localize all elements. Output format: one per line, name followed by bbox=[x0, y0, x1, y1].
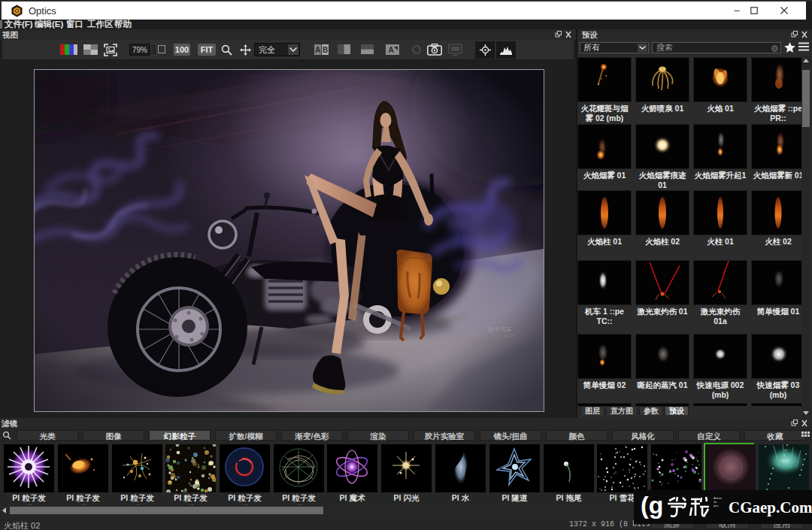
svg-text:爱卡汽车: 爱卡汽车 bbox=[488, 326, 512, 333]
svg-text:A: A bbox=[388, 46, 393, 54]
svg-text:PHOTOGRAPH: PHOTOGRAPH bbox=[489, 334, 517, 338]
svg-text:B: B bbox=[323, 46, 328, 54]
svg-text:A: A bbox=[315, 46, 320, 54]
